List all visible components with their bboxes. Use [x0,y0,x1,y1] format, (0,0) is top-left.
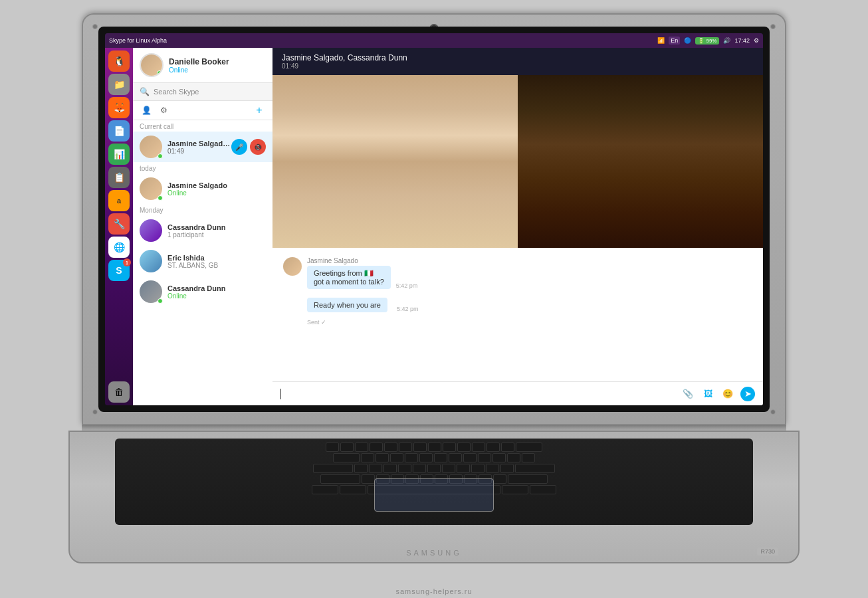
dock-files[interactable]: 📁 [108,74,130,95]
battery-indicator: 🔋 99% [695,37,719,45]
msg-sender: Jasmine Salgado [307,257,752,264]
clock: 17:42 [734,37,750,44]
key [442,464,455,473]
add-contact-button[interactable]: + [253,104,266,117]
key [383,464,397,473]
screen: Skype for Linux Alpha 📶 En 🔵 🔋 99% 🔊 17:… [105,33,763,405]
search-input[interactable]: Search Skype [154,88,266,96]
video-grid [272,75,763,248]
cassandra2-online-dot [158,298,163,304]
call-online-dot [158,153,163,159]
input-actions: 📎 🖼 😊 ➤ [681,387,755,401]
avatar-cassandra2 [140,280,162,303]
chat-item-eric[interactable]: Eric Ishida ST. ALBANS, GB [133,246,272,276]
msg-time-sent: 5:42 pm [397,306,419,312]
key [428,443,441,452]
message-group-received: Jasmine Salgado Greetings from 🇮🇹 got a … [283,257,752,291]
key [522,453,535,462]
eric-sub: ST. ALBANS, GB [167,262,266,269]
end-call-button[interactable]: 📵 [250,139,266,155]
chat-item-cassandra2[interactable]: Cassandra Dunn Online [133,276,272,307]
key [413,443,427,452]
dock: 🐧 📁 🦊 📄 📊 📋 a 🔧 🌐 S 1 🗑 [105,48,133,405]
key [478,453,491,462]
chat-input[interactable] [280,387,674,401]
call-duration: 01:49 [282,62,754,70]
key [472,443,485,452]
app-area: 🐧 📁 🦊 📄 📊 📋 a 🔧 🌐 S 1 🗑 [105,48,763,405]
cassandra-group-info: Cassandra Dunn 1 participant [167,223,266,239]
key [376,453,389,462]
mute-button[interactable]: 🎤 [231,139,247,155]
add-file-button[interactable]: 📎 [681,387,695,401]
send-button[interactable]: ➤ [740,387,755,401]
cassandra-group-name: Cassandra Dunn [167,223,266,231]
online-indicator [157,70,162,76]
profile-avatar [140,53,163,77]
key [457,443,471,452]
key [355,443,368,452]
cassandra2-info: Cassandra Dunn Online [167,284,266,300]
dock-sheets[interactable]: 📊 [108,144,130,165]
call-contact-name: Jasmine Salgado, Cassandra Dunn [282,53,754,62]
key [463,453,477,462]
key [354,464,368,473]
dock-ubuntu[interactable]: 🐧 [108,50,130,72]
dock-firefox[interactable]: 🦊 [108,97,130,118]
msg-bubble-sent: Ready when you are [307,298,387,312]
keyboard [115,439,753,525]
emoji-button[interactable]: 😊 [720,387,735,401]
chat-item-jasmine[interactable]: Jasmine Salgado Online [133,173,272,204]
touchpad[interactable] [374,478,494,512]
dock-chrome[interactable]: 🌐 [108,237,130,258]
r730-badge: R730 [757,548,778,555]
cassandra2-name: Cassandra Dunn [167,284,266,292]
settings-icon: ⚙ [754,37,759,44]
key [370,443,383,452]
key [493,474,506,484]
key [405,453,418,462]
key [340,443,354,452]
chat-area: Jasmine Salgado Greetings from 🇮🇹 got a … [272,248,763,405]
add-image-button[interactable]: 🖼 [701,387,715,401]
dock-skype[interactable]: S 1 [108,260,130,281]
msg-line-1: Greetings from 🇮🇹 [314,269,384,278]
input-cursor [280,389,281,399]
screw-bl [92,409,98,415]
msg-bubble-1: Greetings from 🇮🇹 got a moment to talk? [307,266,391,289]
sent-status: Sent ✓ [283,319,752,326]
person-2-video [518,75,763,248]
dock-docs[interactable]: 📄 [108,120,130,142]
today-label: today [133,162,272,173]
laptop-base: SAMSUNG R730 [68,431,800,563]
dock-amazon[interactable]: a [108,190,130,211]
chat-item-cassandra-group[interactable]: Cassandra Dunn 1 participant [133,215,272,246]
key [326,443,339,452]
dock-drive[interactable]: 📋 [108,167,130,188]
volume-icon: 🔊 [723,37,730,44]
search-bar[interactable]: 🔍 Search Skype [133,83,272,101]
bluetooth-icon: 🔵 [684,37,691,44]
key [413,464,426,473]
message-group-sent: Ready when you are 5:42 pm [283,298,752,312]
key-row-1 [122,443,746,452]
screw-tl [92,24,98,29]
profile-section: Danielle Booker Online [133,48,272,83]
key [434,453,447,462]
key [361,453,374,462]
video-feed-jasmine [272,75,518,248]
key [443,443,456,452]
avatar-jasmine [140,177,162,200]
msg-time-1: 5:42 pm [396,282,418,289]
taskbar: Skype for Linux Alpha 📶 En 🔵 🔋 99% 🔊 17:… [105,33,763,48]
current-call-item[interactable]: Jasmine Salgado, Ca... 01:49 🎤 📵 [133,132,272,162]
dock-trash[interactable]: 🗑 [108,381,130,403]
contacts-icon[interactable]: 👤 [140,104,153,117]
settings-skype-icon[interactable]: ⚙ [157,104,170,117]
key [427,464,441,473]
dock-settings[interactable]: 🔧 [108,213,130,235]
msg-row-1: Greetings from 🇮🇹 got a moment to talk? … [307,266,752,289]
profile-status: Online [169,66,229,74]
key-backspace [516,443,542,452]
key [487,443,500,452]
